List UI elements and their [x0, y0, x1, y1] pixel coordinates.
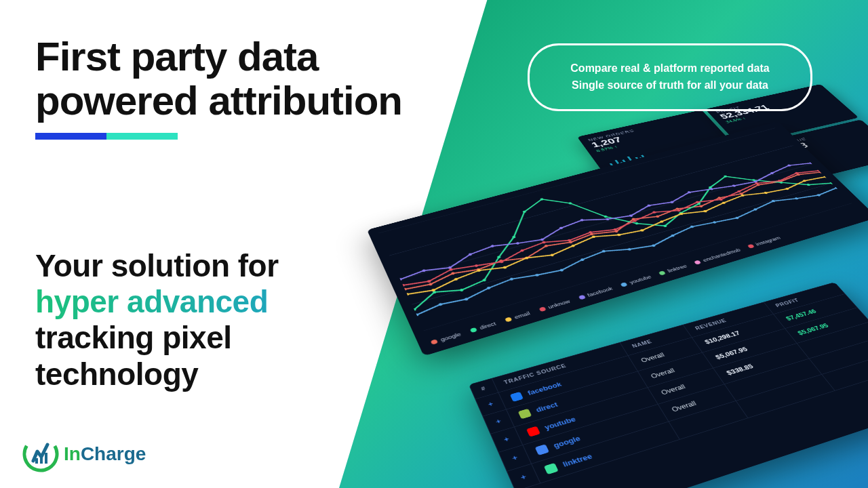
- subheadline-line1: Your solution for: [35, 248, 442, 284]
- legend-item: unknow: [538, 299, 572, 312]
- legend-item: youtube: [620, 274, 652, 288]
- svg-point-112: [474, 264, 478, 268]
- callout-line2: Single source of truth for all your data: [551, 77, 789, 94]
- legend-item: instagram: [747, 235, 782, 249]
- legend-item: direct: [469, 321, 497, 333]
- feature-callout-pill: Compare real & platform reported data Si…: [528, 43, 812, 111]
- source-icon: [518, 409, 532, 420]
- legend-item: email: [505, 310, 532, 323]
- legend-swatch-icon: [538, 306, 546, 312]
- svg-point-122: [695, 201, 699, 203]
- svg-point-98: [627, 248, 632, 251]
- legend-item: linktree: [658, 264, 688, 276]
- subheadline-line3b: technology: [35, 357, 442, 392]
- headline-underline: [35, 133, 178, 140]
- svg-point-78: [606, 218, 610, 220]
- dashboard-mock: NEW ORDERS 1,207 8.57% ↑ PROFIT 52,334.7…: [387, 129, 868, 488]
- brand-logo-mark-icon: [22, 435, 60, 473]
- svg-line-6: [400, 164, 812, 280]
- svg-point-37: [568, 202, 572, 205]
- svg-point-39: [635, 222, 639, 224]
- legend-swatch-icon: [578, 295, 585, 300]
- subheadline-line3a: tracking pixel: [35, 320, 442, 356]
- subheadline: Your solution for hyper advanced trackin…: [35, 248, 442, 392]
- svg-point-94: [535, 273, 540, 277]
- svg-point-84: [732, 184, 736, 187]
- svg-rect-2: [40, 455, 43, 464]
- legend-swatch-icon: [470, 327, 477, 333]
- legend-swatch-icon: [747, 244, 755, 249]
- legend-swatch-icon: [694, 260, 701, 264]
- legend-item: enchantedmob: [694, 247, 742, 265]
- svg-point-58: [616, 233, 621, 236]
- legend-swatch-icon: [658, 270, 666, 275]
- brand-logo: InCharge: [22, 435, 146, 473]
- source-icon: [510, 392, 524, 402]
- chart-series-line: [412, 184, 840, 314]
- svg-rect-1: [35, 458, 38, 464]
- svg-rect-3: [45, 453, 47, 464]
- svg-point-74: [515, 242, 519, 245]
- source-icon: [526, 426, 540, 437]
- svg-point-102: [712, 221, 717, 224]
- legend-swatch-icon: [620, 282, 628, 287]
- brand-word-charge: Charge: [81, 443, 146, 464]
- subheadline-highlight: hyper advanced: [35, 284, 442, 320]
- brand-word-in: In: [64, 443, 81, 464]
- chart-series-line: [406, 172, 827, 298]
- callout-line1: Compare real & platform reported data: [551, 60, 789, 77]
- brand-wordmark: InCharge: [64, 443, 146, 465]
- legend-item: facebook: [578, 286, 614, 300]
- source-icon: [535, 444, 549, 455]
- legend-swatch-icon: [505, 317, 512, 322]
- source-icon: [544, 463, 559, 474]
- hero-headline: First party data powered attribution: [35, 35, 442, 123]
